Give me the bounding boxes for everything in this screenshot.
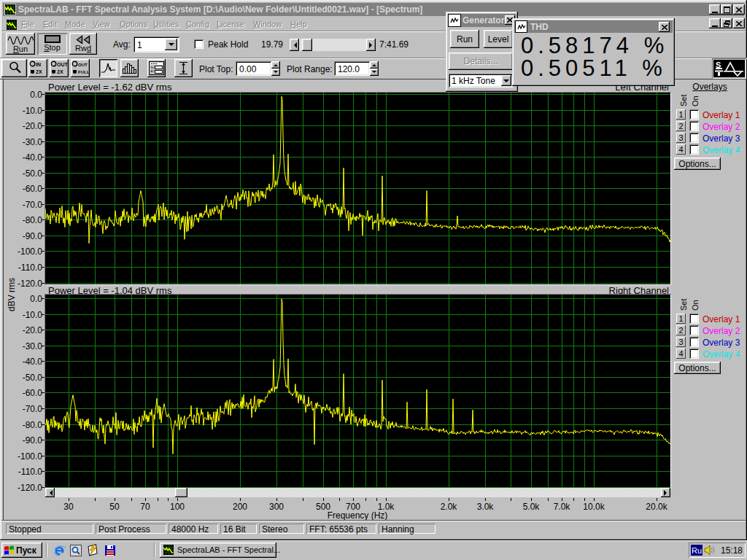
svg-text:FULL: FULL: [78, 70, 89, 74]
svg-text:2X: 2X: [36, 69, 42, 74]
svg-text:OUT: OUT: [57, 62, 68, 67]
svg-text:A#: A#: [151, 69, 155, 73]
svg-text:2X: 2X: [57, 69, 63, 74]
svg-text:IN: IN: [36, 62, 41, 67]
svg-text:OUT: OUT: [78, 63, 88, 67]
